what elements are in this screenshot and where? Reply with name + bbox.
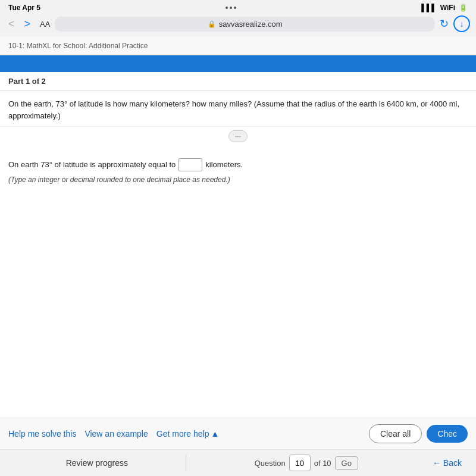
breadcrumb: 10-1: MathXL for School: Additional Prac…	[0, 37, 476, 55]
clear-all-button[interactable]: Clear all	[369, 424, 422, 443]
forward-nav-button[interactable]: >	[22, 18, 33, 30]
back-button[interactable]: ← Back	[427, 455, 468, 471]
breadcrumb-text: 10-1: MathXL for School: Additional Prac…	[8, 42, 148, 50]
status-bar: Tue Apr 5 ▌▌▌ WiFi 🔋	[0, 0, 476, 13]
review-progress-button[interactable]: Review progress	[8, 455, 186, 471]
blue-header	[0, 55, 476, 72]
answer-area: On earth 73° of latitude is approximatel…	[0, 146, 476, 193]
browser-content: 10-1: MathXL for School: Additional Prac…	[0, 37, 476, 476]
of-label: of 10	[314, 459, 331, 468]
download-button[interactable]: ↓	[453, 15, 470, 32]
part-label-text: Part 1 of 2	[8, 77, 46, 86]
main-wrapper: Tue Apr 5 ▌▌▌ WiFi 🔋 < > AA 🔒 savvasreal…	[0, 0, 476, 476]
back-nav-button[interactable]: <	[6, 18, 17, 30]
bottom-nav: Review progress Question of 10 Go ← Back	[0, 449, 476, 476]
expand-btn-row: ···	[0, 127, 476, 146]
question-text: On the earth, 73° of latitude is how man…	[0, 91, 476, 127]
lock-icon: 🔒	[208, 20, 216, 28]
question-text-content: On the earth, 73° of latitude is how man…	[8, 99, 459, 120]
answer-input[interactable]	[178, 158, 202, 171]
battery-icon: 🔋	[459, 4, 468, 12]
bottom-toolbar: Help me solve this View an example Get m…	[0, 418, 476, 449]
dot-2	[230, 7, 232, 9]
wifi-icon: WiFi	[440, 4, 455, 12]
signal-icon: ▌▌▌	[421, 4, 437, 12]
dot-1	[226, 7, 228, 9]
content-spacer	[0, 193, 476, 418]
view-example-link[interactable]: View an example	[84, 429, 148, 439]
aa-label: AA	[40, 20, 50, 29]
part-label: Part 1 of 2	[0, 72, 476, 91]
go-button[interactable]: Go	[335, 456, 358, 470]
browser-chrome: Tue Apr 5 ▌▌▌ WiFi 🔋 < > AA 🔒 savvasreal…	[0, 0, 476, 37]
expand-button[interactable]: ···	[228, 130, 248, 142]
answer-unit: kilometers.	[205, 158, 243, 171]
check-button[interactable]: Chec	[427, 425, 468, 443]
get-more-help-label: Get more help	[156, 429, 209, 439]
status-right: ▌▌▌ WiFi 🔋	[421, 4, 468, 12]
answer-prefix: On earth 73° of latitude is approximatel…	[8, 158, 176, 171]
dot-3	[234, 7, 236, 9]
help-me-solve-link[interactable]: Help me solve this	[8, 429, 76, 439]
answer-note: (Type an integer or decimal rounded to o…	[8, 174, 468, 187]
address-bar-row: < > AA 🔒 savvasrealize.com ↻ ↓	[0, 13, 476, 37]
answer-line: On earth 73° of latitude is approximatel…	[8, 158, 468, 171]
reload-button[interactable]: ↻	[440, 17, 449, 30]
question-nav: Question of 10 Go	[186, 455, 427, 471]
url-text: savvasrealize.com	[219, 20, 283, 29]
question-number-input[interactable]	[289, 455, 311, 471]
status-time: Tue Apr 5	[8, 4, 40, 12]
url-bar[interactable]: 🔒 savvasrealize.com	[55, 17, 435, 32]
get-more-help-button[interactable]: Get more help ▲	[156, 429, 220, 439]
status-bar-center	[226, 7, 236, 9]
question-nav-label: Question	[255, 459, 286, 468]
chevron-up-icon: ▲	[211, 429, 219, 439]
